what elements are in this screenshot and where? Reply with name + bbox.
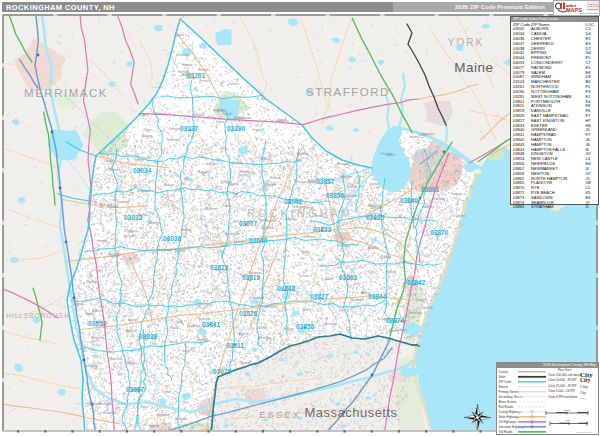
svg-text:Cities 4,999 and below: Cities 4,999 and below [548, 395, 578, 399]
svg-text:Rye: Rye [233, 192, 238, 196]
svg-text:Madbury: Madbury [260, 157, 271, 161]
svg-text:Brentwood: Brentwood [157, 413, 170, 417]
svg-text:Derry: Derry [252, 128, 259, 132]
svg-text:Greenland: Greenland [303, 235, 316, 239]
svg-text:Atkinson: Atkinson [128, 318, 139, 322]
svg-text:Newton: Newton [238, 173, 247, 177]
svg-text:Raymond: Raymond [198, 317, 210, 321]
svg-text:miles: miles [564, 409, 571, 412]
svg-text:City: City [580, 377, 590, 383]
svg-text:ESSEX: ESSEX [259, 409, 301, 420]
svg-text:Maine: Maine [454, 60, 493, 75]
svg-text:Rail Roads: Rail Roads [499, 405, 514, 409]
svg-text:Northwood: Northwood [137, 189, 150, 193]
svg-text:Streets: Streets [499, 385, 509, 389]
svg-text:Rye: Rye [184, 177, 189, 181]
svg-text:Allenstown: Allenstown [175, 417, 188, 421]
svg-text:Atkinson: Atkinson [239, 332, 250, 336]
svg-text:03801: 03801 [421, 186, 439, 193]
svg-text:Plaistow: Plaistow [296, 180, 306, 184]
svg-text:Raymond: Raymond [149, 221, 161, 225]
svg-text:Danville: Danville [257, 326, 267, 330]
svg-text:Brentwood: Brentwood [337, 244, 350, 248]
svg-text:03036: 03036 [163, 235, 181, 242]
svg-text:City: City [580, 396, 586, 400]
svg-text:Greenland: Greenland [422, 205, 435, 209]
svg-text:Lee: Lee [162, 287, 167, 291]
svg-text:Windham: Windham [174, 249, 185, 253]
svg-text:03862: 03862 [339, 274, 357, 281]
svg-text:03038: 03038 [139, 333, 157, 340]
svg-text:Newfields: Newfields [197, 338, 209, 342]
svg-text:Deerfield: Deerfield [416, 298, 427, 302]
svg-text:03848: 03848 [277, 285, 295, 292]
svg-text:Danville: Danville [142, 156, 152, 160]
svg-text:Windham: Windham [265, 183, 276, 187]
svg-text:Goffstown: Goffstown [192, 113, 204, 117]
svg-text:Brentwood: Brentwood [176, 53, 189, 57]
svg-text:Massachusetts: Massachusetts [304, 405, 397, 420]
svg-text:Danville: Danville [302, 308, 312, 312]
svg-text:Barrington: Barrington [395, 328, 408, 332]
svg-text:Chester: Chester [143, 128, 152, 132]
svg-text:Greenland: Greenland [432, 197, 445, 201]
svg-text:03842: 03842 [407, 279, 425, 286]
svg-text:Durham: Durham [162, 390, 171, 394]
svg-text:Sandown: Sandown [117, 200, 128, 204]
svg-text:Candia: Candia [325, 277, 334, 281]
svg-text:Windham: Windham [262, 226, 273, 230]
svg-text:Candia: Candia [171, 138, 180, 142]
svg-text:Raymond: Raymond [107, 205, 119, 209]
svg-text:Sandown: Sandown [455, 214, 466, 218]
svg-text:Exeter: Exeter [308, 180, 316, 184]
svg-text:Deerfield: Deerfield [126, 329, 137, 333]
svg-text:Kingston: Kingston [265, 219, 276, 223]
svg-text:Seabrook: Seabrook [131, 388, 143, 392]
svg-text:03858: 03858 [296, 323, 314, 330]
svg-text:Salem: Salem [216, 120, 223, 124]
svg-text:03826: 03826 [239, 310, 257, 317]
svg-text:Derry: Derry [176, 320, 183, 324]
svg-text:Auburn: Auburn [217, 108, 226, 112]
svg-text:Newton: Newton [315, 214, 324, 218]
svg-text:Newfields: Newfields [178, 70, 190, 74]
svg-text:Epsom: Epsom [278, 118, 286, 122]
svg-text:Raymond: Raymond [206, 207, 218, 211]
svg-text:Hampstead: Hampstead [87, 402, 101, 406]
svg-text:03053: 03053 [88, 320, 106, 327]
svg-text:Barrington: Barrington [249, 271, 262, 275]
svg-text:Danville: Danville [104, 159, 114, 163]
svg-text:Rye: Rye [261, 97, 266, 101]
svg-text:Northwood: Northwood [225, 232, 238, 236]
svg-text:Sandown: Sandown [451, 192, 462, 196]
svg-text:Fremont: Fremont [233, 161, 243, 165]
svg-text:Greenland: Greenland [293, 205, 306, 209]
svg-text:03840: 03840 [400, 197, 418, 204]
svg-text:Place Point: Place Point [558, 368, 571, 372]
svg-text:Pembroke: Pembroke [381, 152, 393, 156]
svg-text:Hampton: Hampton [182, 63, 193, 67]
svg-text:Goffstown: Goffstown [220, 180, 232, 184]
svg-text:Hooksett: Hooksett [198, 170, 209, 174]
svg-text:YORK: YORK [448, 37, 484, 48]
svg-text:Chester: Chester [116, 402, 125, 406]
svg-text:Barrington: Barrington [169, 127, 182, 131]
svg-text:City: City [580, 384, 589, 389]
svg-text:Madbury: Madbury [234, 116, 245, 120]
svg-text:Durham: Durham [207, 162, 216, 166]
svg-text:Sandown: Sandown [220, 244, 231, 248]
svg-text:Durham: Durham [229, 82, 238, 86]
svg-text:Atkinson: Atkinson [361, 291, 372, 295]
svg-text:Auburn: Auburn [165, 183, 174, 187]
svg-text:03870: 03870 [430, 229, 448, 236]
svg-text:Hampton: Hampton [97, 239, 108, 243]
svg-text:Cities 25,000 - 49,999: Cities 25,000 - 49,999 [548, 384, 577, 388]
svg-text:Danville: Danville [169, 340, 179, 344]
svg-text:km: km [566, 419, 569, 422]
svg-text:03290: 03290 [227, 125, 245, 132]
svg-text:Hampstead: Hampstead [158, 248, 172, 252]
svg-text:Durham: Durham [299, 274, 308, 278]
svg-text:Exeter: Exeter [171, 326, 179, 330]
svg-text:Allenstown: Allenstown [337, 162, 350, 166]
svg-text:Madbury: Madbury [127, 361, 138, 365]
